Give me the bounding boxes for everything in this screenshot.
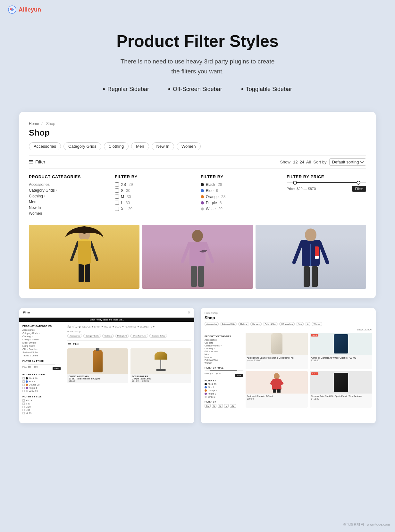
mini-size-l[interactable]: L 30 — [22, 409, 61, 411]
filter-left[interactable]: Filter — [29, 159, 45, 164]
mini-pill-dining[interactable]: Dining & Ki — [115, 334, 129, 338]
mini-right-color-black[interactable]: Black 28 — [205, 383, 243, 385]
mini-cat-item[interactable]: Office Furniture — [22, 348, 61, 350]
size-m[interactable]: M30 — [115, 195, 194, 199]
mini-right-pill-carcare[interactable]: Car care — [250, 322, 262, 326]
mini-left-close-icon[interactable]: ✕ — [188, 311, 190, 315]
pill-women[interactable]: Women — [177, 142, 201, 150]
mini-size-xl[interactable]: XL 29 — [22, 412, 61, 414]
mini-pill-sectional[interactable]: Sectional Sofas — [149, 334, 167, 338]
sort-select[interactable]: Default sorting — [329, 158, 366, 166]
show-24[interactable]: 24 — [299, 160, 304, 164]
mini-size-l[interactable]: L — [224, 404, 229, 408]
mini-right-cat[interactable]: Men — [205, 353, 243, 355]
mini-cat-item[interactable]: Sectional Sofas — [22, 351, 61, 353]
mini-right-pill-women[interactable]: Women — [312, 322, 322, 326]
pill-accessories[interactable]: Accessories — [29, 142, 61, 150]
color-black[interactable]: Black 28 — [201, 182, 280, 187]
product-card-man-pink[interactable] — [142, 225, 253, 289]
mini-right-cat[interactable]: New In — [205, 356, 243, 358]
color-white[interactable]: White 29 — [201, 207, 280, 211]
mini-right-pill-category[interactable]: Category Grids — [220, 322, 237, 326]
mini-color-orange[interactable]: Orange 28 — [22, 384, 61, 386]
show-all[interactable]: All — [306, 160, 311, 164]
product-card-woman[interactable] — [29, 225, 139, 289]
mini-color-black[interactable]: Black 28 — [22, 377, 61, 379]
price-slider[interactable] — [287, 182, 366, 183]
mini-cat-item[interactable]: Category Grids → — [22, 332, 61, 334]
mini-size-xs[interactable]: XS 29 — [22, 399, 61, 402]
pill-new-in[interactable]: New In — [152, 142, 174, 150]
mini-color-blue[interactable]: Blue 9 — [22, 380, 61, 383]
mini-right-color-purple[interactable]: Purple 9 — [205, 393, 243, 395]
mini-cat-item[interactable]: Clothing → — [22, 335, 61, 337]
mini-right-pill-new[interactable]: New — [296, 322, 304, 326]
mini-right-color-orange[interactable]: Orange 4 — [205, 389, 243, 392]
slider-thumb-left[interactable] — [293, 181, 297, 185]
mini-size-m[interactable]: M 30 — [22, 406, 61, 408]
size-s[interactable]: S30 — [115, 188, 194, 193]
mini-cat-item[interactable]: Living Room — [22, 345, 61, 347]
mini-product-tumbler[interactable]: DINING & KITCHEN 17 oz. Travel Tumbler i… — [67, 348, 128, 383]
price-filter-button[interactable]: Filter — [352, 186, 366, 192]
mini-cat-item[interactable]: Accessories — [22, 329, 61, 331]
mini-pill-accessories[interactable]: Accessories — [67, 334, 82, 338]
mini-size-xl2[interactable]: XL — [230, 404, 236, 408]
mini-right-cat[interactable]: Polish & Wax — [205, 359, 243, 361]
mini-right-cat[interactable]: Clothing → — [205, 347, 243, 350]
mini-right-cat[interactable]: Car care — [205, 342, 243, 344]
mini-right-pill-gift[interactable]: Gift Vouchers — [279, 322, 295, 326]
size-xs[interactable]: XS29 — [115, 182, 194, 187]
cat-new-in[interactable]: New In — [29, 205, 108, 210]
breadcrumb-home[interactable]: Home — [29, 121, 39, 126]
mini-color-purple[interactable]: Purple 6 — [22, 387, 61, 389]
mini-color-white[interactable]: White 29 — [22, 390, 61, 392]
mini-size-s[interactable]: S 30 — [22, 403, 61, 405]
mini-prod-bag[interactable]: SALE Ceramic Trim Coat Kit - Quick Plast… — [310, 371, 372, 408]
color-orange[interactable]: Orange 28 — [201, 195, 280, 199]
mini-pill-clothing[interactable]: Clothing — [102, 334, 114, 338]
size-l[interactable]: L30 — [115, 201, 194, 205]
mini-right-cat[interactable]: Women — [205, 362, 243, 364]
cat-men[interactable]: Men — [29, 200, 108, 204]
mini-right-pill-accessories[interactable]: Accessories — [205, 322, 219, 326]
mini-right-pill-polish[interactable]: Polish & Wax — [263, 322, 278, 326]
mini-right-cat[interactable]: Gift Vouchers — [205, 350, 243, 353]
cat-accessories[interactable]: Accessories — [29, 182, 108, 187]
color-purple[interactable]: Purple 6 — [201, 201, 280, 205]
mini-prod-tshirt[interactable]: Buttoned Shoulder T-Shirt $99.00 — [246, 371, 308, 408]
cat-category-grids[interactable]: Category Grids › — [29, 188, 108, 193]
mini-right-color-blue[interactable]: Blue 7 — [205, 386, 243, 388]
mini-right-color-white[interactable]: White 3 — [205, 396, 243, 398]
mini-pill-category-grids[interactable]: Category Grids — [83, 334, 101, 338]
logo[interactable]: Alileyun — [8, 5, 41, 14]
mini-prod-armor-all[interactable]: SALE Armor-all Ultimate All Wheel Cleane… — [310, 333, 372, 369]
pill-category-grids[interactable]: Category Grids — [63, 142, 101, 150]
mini-price-filter-btn[interactable]: Filter — [53, 367, 61, 370]
mini-right-cat[interactable]: Accessories — [205, 339, 243, 341]
slider-thumb-right[interactable] — [357, 181, 360, 185]
mini-cat-item[interactable]: Dining & Kitchen — [22, 338, 61, 341]
mini-right-pill-in[interactable]: In — [305, 322, 310, 326]
mini-prod-apple-brand[interactable]: Apple Brand Leather Cleaner & Conditione… — [246, 333, 308, 369]
pill-clothing[interactable]: Clothing — [104, 142, 129, 150]
mini-cat-item[interactable]: Tables & Chairs — [22, 354, 61, 357]
mini-size-m[interactable]: M — [218, 404, 223, 408]
show-12[interactable]: 12 — [293, 160, 298, 164]
product-card-man-navy[interactable] — [256, 225, 366, 289]
mini-product-lamp[interactable]: ACCESSORIES C Type Table Lamp $64.00 — $… — [130, 348, 191, 383]
size-xl[interactable]: XL29 — [115, 207, 194, 211]
mini-right-filter-btn[interactable]: Filter — [235, 374, 243, 377]
pill-men[interactable]: Men — [131, 142, 149, 150]
mini-cat-item[interactable]: Kids Furniture — [22, 342, 61, 344]
cat-clothing[interactable]: Clothing › — [29, 194, 108, 198]
mini-size-xl[interactable]: XL — [205, 404, 211, 408]
mini-size-s[interactable]: S — [212, 404, 217, 408]
mini-right-price-slider[interactable] — [205, 370, 243, 371]
mini-pill-office[interactable]: Office Furniture — [130, 334, 148, 338]
mini-right-pill-clothing[interactable]: Clothing — [238, 322, 249, 326]
mini-price-range[interactable] — [22, 364, 61, 364]
color-blue[interactable]: Blue 9 — [201, 188, 280, 193]
cat-women[interactable]: Women — [29, 211, 108, 216]
mini-right-cat[interactable]: Category Grids → — [205, 345, 243, 347]
